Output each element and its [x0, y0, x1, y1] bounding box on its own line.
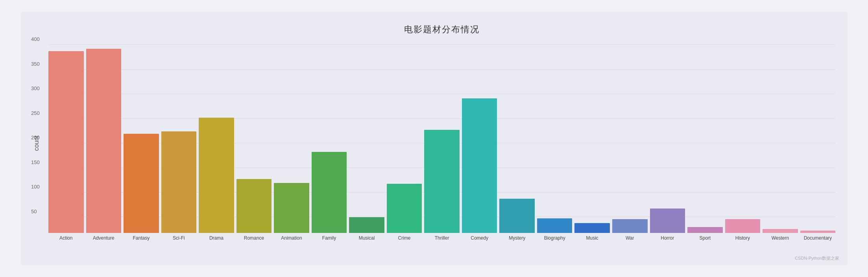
bar-group: Action — [48, 51, 84, 242]
chart-container: 电影题材分布情况 count 50100150200250300350400 A… — [21, 12, 847, 265]
bar-group: Animation — [274, 183, 309, 242]
bar-horror — [650, 209, 685, 233]
grid-label: 150 — [31, 159, 40, 165]
bar-group: Music — [574, 223, 610, 242]
bar-adventure — [86, 49, 122, 233]
bar-sci-fi — [161, 131, 197, 233]
chart-title: 电影题材分布情况 — [48, 24, 835, 35]
bar-label-drama: Drama — [209, 235, 223, 242]
bar-group: War — [612, 219, 648, 242]
bar-biography — [537, 218, 573, 233]
bar-group: Fantasy — [124, 134, 159, 242]
grid-label: 50 — [31, 208, 37, 214]
bar-label-horror: Horror — [661, 235, 674, 242]
bar-sport — [687, 227, 723, 233]
bar-label-war: War — [626, 235, 634, 242]
bar-group: Sport — [687, 227, 723, 242]
y-axis-label: count — [33, 135, 40, 151]
bar-label-mystery: Mystery — [509, 235, 525, 242]
bar-group: Documentary — [800, 231, 836, 242]
watermark: CSDN-Python数据之家 — [795, 255, 839, 261]
bar-label-sport: Sport — [699, 235, 711, 242]
bar-crime — [387, 184, 422, 233]
bar-group: History — [725, 219, 761, 242]
bar-label-documentary: Documentary — [804, 235, 832, 242]
bar-label-music: Music — [586, 235, 598, 242]
grid-label: 400 — [31, 36, 40, 42]
bar-label-adventure: Adventure — [93, 235, 115, 242]
bar-label-action: Action — [59, 235, 72, 242]
bar-group: Mystery — [499, 199, 535, 242]
bar-group: Horror — [650, 209, 685, 242]
bar-music — [574, 223, 610, 233]
grid-label: 300 — [31, 85, 40, 91]
bar-group: Sci-Fi — [161, 131, 197, 242]
bar-musical — [349, 217, 384, 233]
bar-label-musical: Musical — [359, 235, 375, 242]
bar-comedy — [462, 98, 497, 233]
grid-label: 250 — [31, 110, 40, 116]
bar-group: Biography — [537, 218, 573, 242]
grid-label: 350 — [31, 61, 40, 66]
bar-group: Family — [312, 152, 347, 242]
bar-history — [725, 219, 761, 233]
bar-mystery — [499, 199, 535, 233]
bar-label-thriller: Thriller — [435, 235, 449, 242]
chart-area: count 50100150200250300350400 ActionAdve… — [48, 45, 835, 242]
bar-group: Romance — [236, 179, 272, 242]
bar-label-crime: Crime — [398, 235, 411, 242]
bar-western — [763, 229, 798, 233]
bar-drama — [199, 118, 234, 233]
grid-label: 100 — [31, 184, 40, 190]
bar-group: Drama — [199, 118, 234, 242]
bar-animation — [274, 183, 309, 233]
bar-war — [612, 219, 648, 233]
bar-family — [312, 152, 347, 233]
bar-label-western: Western — [772, 235, 789, 242]
bar-action — [48, 51, 84, 233]
bar-label-family: Family — [322, 235, 336, 242]
bar-label-biography: Biography — [544, 235, 565, 242]
bar-thriller — [424, 130, 460, 233]
bar-label-comedy: Comedy — [471, 235, 488, 242]
bar-romance — [236, 179, 272, 233]
bar-label-history: History — [735, 235, 750, 242]
bar-group: Musical — [349, 217, 384, 242]
bar-label-fantasy: Fantasy — [133, 235, 150, 242]
bar-documentary — [800, 231, 836, 233]
bar-label-romance: Romance — [244, 235, 264, 242]
bar-group: Comedy — [462, 98, 497, 242]
bar-group: Crime — [387, 184, 422, 242]
bar-group: Adventure — [86, 49, 122, 242]
bar-group: Western — [763, 229, 798, 242]
bar-label-sci-fi: Sci-Fi — [173, 235, 185, 242]
bar-label-animation: Animation — [281, 235, 302, 242]
bars-wrapper: ActionAdventureFantasySci-FiDramaRomance… — [48, 45, 835, 242]
bar-fantasy — [124, 134, 159, 233]
bar-group: Thriller — [424, 130, 460, 242]
